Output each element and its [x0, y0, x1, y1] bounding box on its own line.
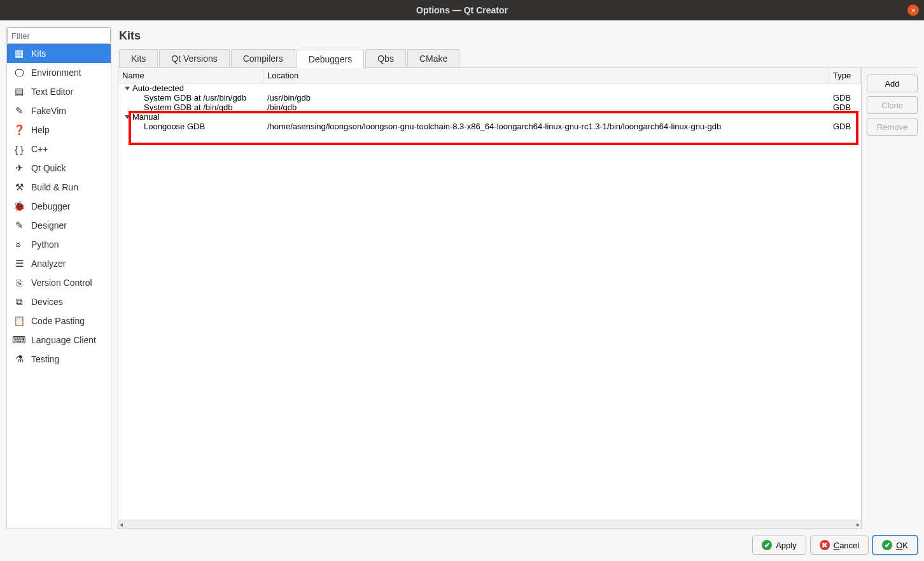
sidebar-item-label: Language Client	[31, 335, 96, 345]
text-editor-icon: ▤	[13, 86, 25, 97]
check-icon: ✔	[762, 540, 772, 550]
sidebar-item-label: Text Editor	[31, 87, 73, 97]
sidebar-item-fakevim[interactable]: ✎FakeVim	[7, 101, 111, 120]
debugger-icon: 🐞	[13, 201, 25, 212]
sidebar-item-code-pasting[interactable]: 📋Code Pasting	[7, 311, 111, 330]
add-button[interactable]: Add	[867, 75, 918, 92]
sidebar-item-label: Analyzer	[31, 259, 66, 269]
sidebar-item-build-run[interactable]: ⚒Build & Run	[7, 178, 111, 197]
sidebar-item-label: Kits	[31, 48, 46, 59]
sidebar-item-help[interactable]: ❓Help	[7, 120, 111, 139]
devices-icon: ⧉	[13, 296, 25, 308]
sidebar-item-label: Build & Run	[31, 182, 78, 192]
sidebar-item-label: FakeVim	[31, 106, 66, 116]
column-name[interactable]: Name	[118, 68, 263, 83]
analyzer-icon: ☰	[13, 258, 25, 269]
python-icon: ఠ	[13, 239, 25, 250]
tree-header: Name Location Type	[118, 68, 861, 83]
close-button[interactable]: ✕	[907, 4, 919, 16]
cpp-icon: { }	[13, 143, 25, 155]
expand-icon	[125, 115, 130, 119]
kits-icon: ▦	[13, 48, 25, 59]
sidebar-item-debugger[interactable]: 🐞Debugger	[7, 197, 111, 216]
filter-input[interactable]	[7, 27, 111, 44]
environment-icon: 🖵	[13, 67, 25, 78]
tab-compilers[interactable]: Compilers	[231, 49, 295, 67]
sidebar-item-python[interactable]: ఠPython	[7, 235, 111, 254]
check-icon: ✔	[882, 540, 892, 550]
fakevim-icon: ✎	[13, 105, 25, 117]
sidebar-item-label: Python	[31, 239, 59, 250]
sidebar-item-kits[interactable]: ▦Kits	[7, 44, 111, 63]
sidebar-item-label: C++	[31, 144, 48, 154]
sidebar-item-testing[interactable]: ⚗Testing	[7, 350, 111, 369]
page-title: Kits	[118, 27, 918, 49]
tree-body[interactable]: Auto-detectedSystem GDB at /usr/bin/gdb/…	[118, 83, 861, 520]
side-buttons: Add Clone Remove	[867, 68, 918, 529]
titlebar: Options — Qt Creator ✕	[0, 0, 924, 20]
sidebar-item-analyzer[interactable]: ☰Analyzer	[7, 254, 111, 273]
close-icon: ✕	[911, 7, 916, 14]
category-list: ▦Kits🖵Environment▤Text Editor✎FakeVim❓He…	[7, 44, 111, 529]
horizontal-scrollbar[interactable]: ◂▸	[118, 520, 861, 529]
sidebar-item-label: Testing	[31, 354, 59, 364]
column-location[interactable]: Location	[263, 68, 829, 83]
remove-button: Remove	[867, 118, 918, 136]
cancel-button[interactable]: ✖Cancel	[810, 536, 869, 555]
sidebar-item-qt-quick[interactable]: ✈Qt Quick	[7, 159, 111, 178]
code-pasting-icon: 📋	[13, 315, 25, 327]
sidebar-item-environment[interactable]: 🖵Environment	[7, 63, 111, 82]
apply-button[interactable]: ✔Apply	[752, 536, 806, 555]
ok-button[interactable]: ✔OK	[872, 536, 918, 555]
sidebar-item-label: Designer	[31, 220, 67, 231]
sidebar-item-devices[interactable]: ⧉Devices	[7, 292, 111, 311]
sidebar-item-version-control[interactable]: ⎘Version Control	[7, 273, 111, 292]
qtquick-icon: ✈	[13, 162, 25, 174]
tree-group[interactable]: Auto-detected	[118, 83, 861, 93]
debuggers-tree: Name Location Type Auto-detectedSystem G…	[118, 68, 862, 529]
tree-row[interactable]: System GDB at /bin/gdb/bin/gdbGDB	[118, 103, 861, 112]
tab-kits[interactable]: Kits	[119, 49, 158, 67]
sidebar-item-c-[interactable]: { }C++	[7, 139, 111, 159]
tabs: KitsQt VersionsCompilersDebuggersQbsCMak…	[118, 49, 918, 68]
version-control-icon: ⎘	[13, 277, 25, 288]
designer-icon: ✎	[13, 220, 25, 231]
sidebar-item-label: Debugger	[31, 201, 71, 211]
tree-group[interactable]: Manual	[118, 112, 861, 122]
sidebar: ▦Kits🖵Environment▤Text Editor✎FakeVim❓He…	[6, 27, 111, 529]
language-client-icon: ⌨	[13, 334, 25, 346]
tab-qt-versions[interactable]: Qt Versions	[159, 49, 229, 67]
tab-cmake[interactable]: CMake	[407, 49, 459, 67]
tab-qbs[interactable]: Qbs	[365, 49, 406, 67]
sidebar-item-label: Environment	[31, 67, 81, 78]
sidebar-item-label: Code Pasting	[31, 316, 85, 326]
sidebar-item-label: Devices	[31, 297, 63, 307]
help-icon: ❓	[13, 124, 25, 136]
sidebar-item-text-editor[interactable]: ▤Text Editor	[7, 82, 111, 101]
dialog-button-bar: ✔Apply ✖Cancel ✔OK	[0, 529, 924, 561]
clone-button: Clone	[867, 96, 918, 114]
build-run-icon: ⚒	[13, 181, 25, 193]
tab-debuggers[interactable]: Debuggers	[297, 50, 365, 68]
testing-icon: ⚗	[13, 353, 25, 365]
tree-row[interactable]: Loongoose GDB/home/asensing/loongson/loo…	[118, 122, 861, 131]
sidebar-item-language-client[interactable]: ⌨Language Client	[7, 330, 111, 350]
cancel-icon: ✖	[820, 540, 830, 550]
column-type[interactable]: Type	[829, 68, 861, 83]
sidebar-item-label: Qt Quick	[31, 163, 66, 173]
tree-row[interactable]: System GDB at /usr/bin/gdb/usr/bin/gdbGD…	[118, 93, 861, 103]
window-title: Options — Qt Creator	[0, 5, 924, 15]
sidebar-item-label: Version Control	[31, 278, 92, 288]
sidebar-item-label: Help	[31, 125, 50, 135]
expand-icon	[125, 87, 130, 90]
sidebar-item-designer[interactable]: ✎Designer	[7, 216, 111, 235]
